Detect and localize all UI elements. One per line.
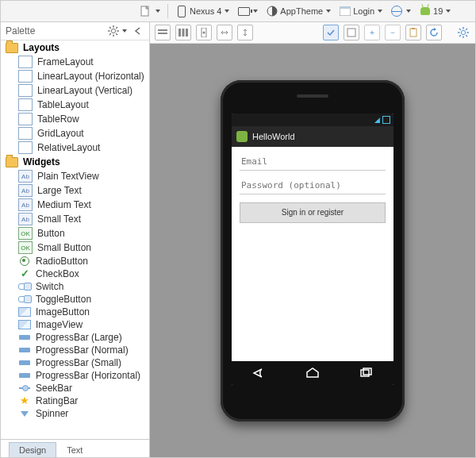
zoom-fit-icon[interactable] <box>344 25 359 40</box>
palette-item[interactable]: LinearLayout (Horizontal) <box>1 69 149 83</box>
tab-text[interactable]: Text <box>56 442 93 457</box>
palette-item-label: Medium Text <box>37 199 91 210</box>
folder-icon <box>6 43 18 53</box>
palette-item[interactable]: GridLayout <box>1 126 149 140</box>
palette-item[interactable]: FrameLayout <box>1 55 149 69</box>
chevron-down-icon <box>225 10 229 13</box>
palette-item[interactable]: Switch <box>1 280 149 293</box>
palette-item[interactable]: RelativeLayout <box>1 140 149 155</box>
layout-icon <box>18 56 33 68</box>
button-icon: OK <box>18 241 33 254</box>
palette-collapse[interactable] <box>132 22 144 40</box>
theme-selector[interactable]: AppTheme <box>263 2 334 20</box>
palette-item[interactable]: AbMedium Text <box>1 198 149 212</box>
palette-item[interactable]: OKButton <box>1 226 149 241</box>
progress-icon <box>18 370 31 381</box>
api-label: 19 <box>433 6 443 16</box>
svg-line-12 <box>116 27 117 29</box>
palette-item[interactable]: ImageButton <box>1 306 149 318</box>
tab-design[interactable]: Design <box>9 442 56 457</box>
locale-selector[interactable] <box>387 2 414 20</box>
palette-item[interactable]: ToggleButton <box>1 293 149 306</box>
signin-button[interactable]: Sign in or register <box>240 202 386 223</box>
canvas-settings[interactable] <box>456 24 470 41</box>
svg-point-19 <box>203 32 205 34</box>
palette-item[interactable]: ProgressBar (Horizontal) <box>1 369 149 382</box>
palette-item-label: Button <box>37 228 65 239</box>
svg-rect-20 <box>347 29 355 37</box>
palette-item[interactable]: ImageView <box>1 318 149 331</box>
image-icon <box>18 319 31 330</box>
expand-v-icon[interactable] <box>237 25 253 40</box>
render-mode-icon[interactable] <box>323 25 339 40</box>
palette-item-label: ToggleButton <box>36 294 91 305</box>
palette-item[interactable]: AbSmall Text <box>1 212 149 226</box>
home-icon[interactable] <box>305 368 321 379</box>
palette-item[interactable]: ProgressBar (Large) <box>1 331 149 344</box>
align-center-icon[interactable] <box>196 25 212 40</box>
palette-item[interactable]: ★RatingBar <box>1 394 149 407</box>
palette-item[interactable]: ✓CheckBox <box>1 267 149 280</box>
recents-icon[interactable] <box>359 368 374 379</box>
zoom-out-icon[interactable]: － <box>385 25 401 40</box>
palette-item[interactable]: Spinner <box>1 407 149 420</box>
svg-line-9 <box>109 27 111 29</box>
palette-item[interactable]: AbPlain TextView <box>1 169 149 183</box>
svg-rect-21 <box>410 29 416 37</box>
palette-item-label: Large Text <box>37 185 82 196</box>
chevron-down-icon <box>253 10 258 13</box>
arrow-left-icon <box>133 26 143 36</box>
chevron-down-icon <box>446 10 451 13</box>
palette-item[interactable]: LinearLayout (Vertical) <box>1 83 149 98</box>
clipboard-icon[interactable] <box>405 25 421 40</box>
app-bar: HelloWorld <box>232 126 393 147</box>
palette-item[interactable]: RadioButton <box>1 255 149 267</box>
layout-icon <box>18 127 33 140</box>
palette-item-label: ProgressBar (Small) <box>36 357 121 368</box>
email-field[interactable] <box>240 153 386 171</box>
new-dropdown[interactable] <box>136 2 163 20</box>
columns-icon[interactable] <box>175 25 191 40</box>
device-frame: ◢ HelloWorld Sign in or register <box>221 80 405 421</box>
back-icon[interactable] <box>251 368 267 379</box>
canvas-area[interactable]: ◢ HelloWorld Sign in or register <box>150 44 475 457</box>
show-constraints-icon[interactable] <box>155 25 171 40</box>
chevron-down-icon <box>326 10 331 13</box>
palette-item-label: GridLayout <box>37 128 84 139</box>
palette-section-widgets[interactable]: Widgets <box>1 155 149 169</box>
device-selector[interactable]: Nexus 4 <box>172 2 232 20</box>
palette-item[interactable]: SeekBar <box>1 382 149 394</box>
progress-icon <box>18 332 31 343</box>
svg-line-29 <box>466 35 467 37</box>
palette-settings[interactable] <box>106 22 129 40</box>
palette-item[interactable]: TableLayout <box>1 98 149 112</box>
phone-icon <box>178 6 186 17</box>
canvas-toolbar: ＋ － <box>150 22 475 44</box>
palette-item-label: ImageView <box>36 319 83 330</box>
text-icon: Ab <box>18 170 33 183</box>
activity-selector[interactable]: Login <box>336 2 386 20</box>
palette-item[interactable]: AbLarge Text <box>1 183 149 198</box>
svg-line-11 <box>109 33 111 35</box>
expand-h-icon[interactable] <box>217 25 232 40</box>
layout-icon <box>18 141 33 154</box>
palette-item-label: ProgressBar (Large) <box>36 332 122 343</box>
palette-item-label: TableRow <box>37 114 79 125</box>
android-navbar <box>232 361 393 385</box>
palette-item[interactable]: ProgressBar (Normal) <box>1 344 149 356</box>
palette-item[interactable]: TableRow <box>1 112 149 126</box>
chevron-down-icon <box>155 10 160 13</box>
refresh-icon[interactable] <box>426 25 442 40</box>
svg-rect-33 <box>363 368 371 375</box>
spinner-icon <box>18 408 31 419</box>
zoom-in-icon[interactable]: ＋ <box>364 25 380 40</box>
password-field[interactable] <box>240 177 386 194</box>
palette-item-label: LinearLayout (Vertical) <box>37 85 132 96</box>
palette-section-layouts[interactable]: Layouts <box>1 40 149 55</box>
palette-item[interactable]: ProgressBar (Small) <box>1 356 149 369</box>
svg-line-30 <box>459 35 461 37</box>
api-selector[interactable]: 19 <box>416 2 454 20</box>
palette-item[interactable]: OKSmall Button <box>1 241 149 255</box>
orientation-selector[interactable] <box>234 2 261 20</box>
palette-item-label: Switch <box>36 281 63 292</box>
